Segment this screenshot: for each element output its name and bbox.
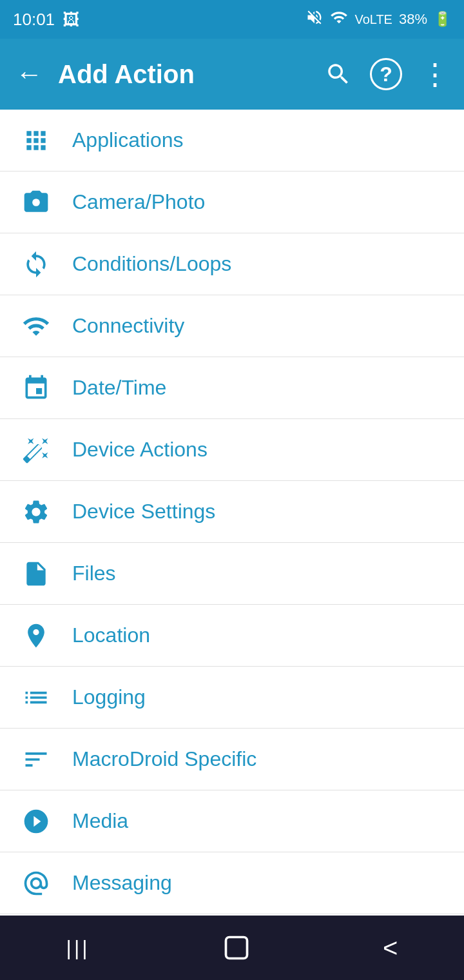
list-item-media[interactable]: Media xyxy=(0,790,464,852)
nav-bar: ||| < xyxy=(0,916,464,980)
image-icon: 🖼 xyxy=(63,10,79,30)
list-item-macrodroid-specific[interactable]: MacroDroid Specific xyxy=(0,729,464,790)
list-item-applications[interactable]: Applications xyxy=(0,110,464,172)
help-button[interactable]: ? xyxy=(370,58,402,90)
list-label-device-settings: Device Settings xyxy=(72,500,215,524)
battery-icon: 🔋 xyxy=(434,11,451,28)
list-item-location[interactable]: Location xyxy=(0,605,464,667)
camera-icon xyxy=(18,188,54,217)
list-item-camera-photo[interactable]: Camera/Photo xyxy=(0,172,464,233)
app-bar-icons: ? ⋮ xyxy=(325,57,449,92)
list-label-macrodroid-specific: MacroDroid Specific xyxy=(72,747,256,771)
macro-icon xyxy=(18,745,54,774)
home-button[interactable] xyxy=(222,934,251,962)
grid-icon xyxy=(18,126,54,155)
list-item-date-time[interactable]: Date/Time xyxy=(0,357,464,419)
list-label-location: Location xyxy=(72,623,150,647)
search-button[interactable] xyxy=(325,61,352,88)
loop-icon xyxy=(18,250,54,279)
action-list: Applications Camera/Photo Conditions/Loo… xyxy=(0,110,464,916)
app-bar: ← Add Action ? ⋮ xyxy=(0,39,464,110)
list-label-messaging: Messaging xyxy=(72,871,172,895)
battery-text: 38% xyxy=(399,11,427,28)
list-label-date-time: Date/Time xyxy=(72,376,166,400)
page-title: Add Action xyxy=(58,60,309,89)
list-item-conditions-loops[interactable]: Conditions/Loops xyxy=(0,233,464,295)
location-icon xyxy=(18,622,54,650)
at-icon xyxy=(18,869,54,897)
list-label-files: Files xyxy=(72,562,116,585)
list-item-device-settings[interactable]: Device Settings xyxy=(0,481,464,543)
list-item-connectivity[interactable]: Connectivity xyxy=(0,295,464,357)
list-item-files[interactable]: Files xyxy=(0,543,464,605)
list-label-connectivity: Connectivity xyxy=(72,314,184,338)
back-nav-button[interactable]: < xyxy=(383,934,398,963)
wand-icon xyxy=(18,436,54,464)
svg-rect-0 xyxy=(226,937,247,959)
list-icon xyxy=(18,683,54,712)
mute-icon xyxy=(305,8,324,30)
list-label-conditions-loops: Conditions/Loops xyxy=(72,252,231,276)
list-item-logging[interactable]: Logging xyxy=(0,667,464,729)
signal-text: VoLTE xyxy=(354,12,392,27)
list-item-device-actions[interactable]: Device Actions xyxy=(0,419,464,481)
status-bar: 10:01 🖼 VoLTE 38% 🔋 xyxy=(0,0,464,39)
file-icon xyxy=(18,560,54,588)
list-label-device-actions: Device Actions xyxy=(72,438,208,462)
recent-apps-button[interactable]: ||| xyxy=(66,936,90,960)
status-left: 10:01 🖼 xyxy=(13,10,79,30)
list-item-messaging[interactable]: Messaging xyxy=(0,852,464,914)
list-label-media: Media xyxy=(72,809,128,833)
list-label-applications: Applications xyxy=(72,128,184,152)
connectivity-icon xyxy=(18,312,54,340)
play-icon xyxy=(18,807,54,836)
status-time: 10:01 xyxy=(13,10,55,30)
more-options-button[interactable]: ⋮ xyxy=(420,57,449,92)
back-button[interactable]: ← xyxy=(15,61,43,88)
calendar-clock-icon xyxy=(18,374,54,402)
status-right: VoLTE 38% 🔋 xyxy=(305,8,451,30)
list-label-logging: Logging xyxy=(72,685,146,709)
wifi-icon xyxy=(330,8,348,30)
gear-icon xyxy=(18,498,54,526)
list-label-camera-photo: Camera/Photo xyxy=(72,190,205,214)
